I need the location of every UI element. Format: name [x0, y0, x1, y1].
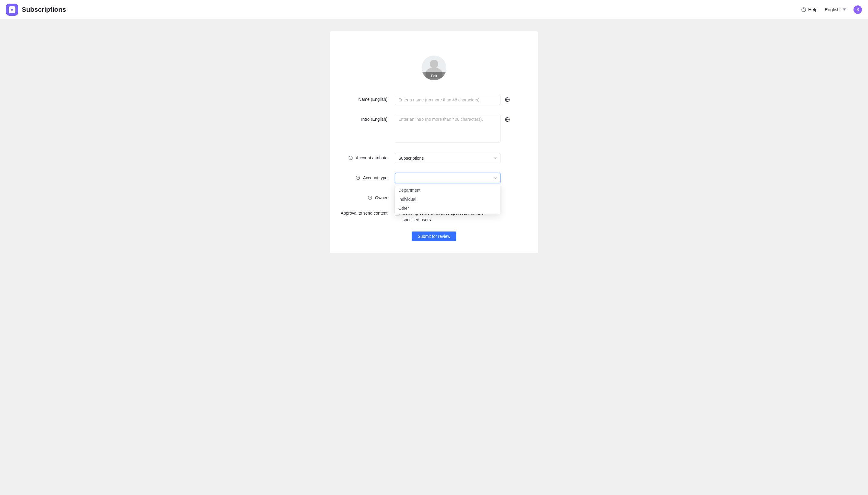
- help-icon[interactable]: [355, 175, 361, 181]
- chevron-down-icon: [494, 157, 497, 160]
- owner-label-text: Owner: [375, 195, 387, 200]
- help-link[interactable]: Help: [801, 7, 818, 12]
- account-attribute-label-text: Account attribute: [356, 155, 387, 160]
- avatar-upload[interactable]: Edit: [422, 55, 446, 80]
- account-type-option[interactable]: Individual: [395, 195, 500, 204]
- intro-label: Intro (English): [335, 115, 395, 122]
- help-icon: [801, 7, 806, 12]
- account-attribute-value: Subscriptions: [398, 156, 424, 160]
- account-type-dropdown: Department Individual Other: [395, 184, 500, 214]
- header-right: Help English S: [801, 5, 862, 14]
- help-icon[interactable]: [348, 155, 353, 160]
- submit-button[interactable]: Submit for review: [412, 232, 456, 241]
- help-label: Help: [808, 7, 818, 12]
- account-type-label: Account type: [335, 173, 395, 181]
- header-left: ★ Subscriptions: [6, 4, 66, 16]
- form-card: Edit Name (English) Intro (English): [330, 31, 538, 253]
- user-avatar[interactable]: S: [853, 5, 862, 14]
- account-attribute-row: Account attribute Subscriptions: [335, 153, 533, 163]
- intro-input[interactable]: [395, 115, 500, 142]
- approval-label: Approval to send content: [335, 210, 395, 216]
- globe-icon[interactable]: [505, 97, 510, 103]
- avatar-initial: S: [856, 7, 859, 12]
- svg-point-5: [350, 159, 351, 159]
- help-icon[interactable]: [367, 195, 373, 201]
- name-input[interactable]: [395, 95, 500, 105]
- account-type-label-text: Account type: [363, 175, 387, 180]
- person-icon: [430, 60, 438, 68]
- account-attribute-label: Account attribute: [335, 153, 395, 160]
- svg-point-1: [803, 11, 804, 11]
- globe-icon[interactable]: [505, 117, 510, 123]
- avatar-upload-section: Edit: [335, 55, 533, 80]
- app-header: ★ Subscriptions Help English S: [0, 0, 868, 19]
- star-icon: ★: [9, 6, 15, 13]
- chevron-down-icon: [494, 176, 497, 180]
- avatar-edit-label: Edit: [422, 72, 446, 80]
- name-row: Name (English): [335, 95, 533, 105]
- account-type-option[interactable]: Other: [395, 204, 500, 213]
- page-title: Subscriptions: [22, 6, 66, 14]
- submit-row: Submit for review: [335, 232, 533, 241]
- language-label: English: [825, 7, 840, 12]
- app-logo: ★: [6, 4, 18, 16]
- intro-row: Intro (English): [335, 115, 533, 143]
- svg-point-9: [370, 199, 370, 199]
- name-label: Name (English): [335, 95, 395, 102]
- account-type-select[interactable]: [395, 173, 500, 183]
- owner-label: Owner: [335, 193, 395, 201]
- account-type-option[interactable]: Department: [395, 186, 500, 195]
- chevron-down-icon: [842, 8, 846, 11]
- page-body: Edit Name (English) Intro (English): [0, 19, 868, 277]
- language-selector[interactable]: English: [825, 7, 846, 12]
- account-attribute-select[interactable]: Subscriptions: [395, 153, 500, 163]
- account-type-row: Account type Department Individual Other: [335, 173, 533, 183]
